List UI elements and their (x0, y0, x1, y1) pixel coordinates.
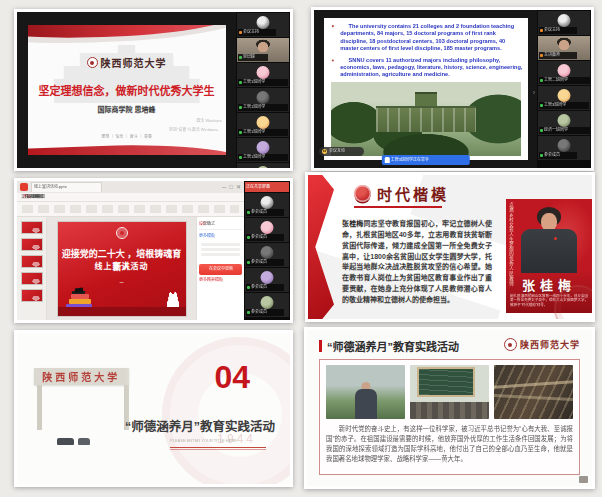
present-in-meeting-button[interactable]: 在会议中放映 (199, 264, 242, 275)
pane-placeholder-line (201, 253, 240, 256)
slide-thumbnail[interactable] (21, 289, 43, 302)
mic-on-icon (247, 311, 250, 314)
panel-meeting-lecture-1: 陕西师范大学 坚定理想信念，做新时代优秀大学生 国际商学院 思培峰 理想 ｜ 信… (14, 9, 293, 171)
participant-tile[interactable]: 工管二班同学 (538, 61, 590, 85)
gate-pillar (37, 385, 42, 430)
smiley-icon (322, 149, 327, 154)
participant-name-chip: 参会成员 (246, 234, 284, 241)
reaction-chip[interactable]: 会议互动 (319, 147, 364, 156)
participant-tile[interactable] (237, 163, 289, 168)
portrait (519, 207, 579, 273)
menu-bar: 文件 开始 插入 设计 切换 动画 放映 审阅 视图 (17, 193, 244, 202)
participant-name-chip: 参会成员 (246, 209, 284, 216)
participant-tile[interactable]: 工管1班同学 (237, 88, 289, 112)
slide-bullet-2: SNNU covers 11 authorized majors includi… (336, 57, 524, 79)
mic-muted-icon (540, 54, 543, 57)
audience (410, 402, 489, 419)
menu-view[interactable]: 视图 (37, 195, 45, 199)
slide-ground-band (58, 307, 186, 316)
slide-thumbnail[interactable] (21, 238, 43, 251)
participant-name-chip: 参会成员 (246, 309, 284, 316)
university-logo: 陕西师范大学 (504, 338, 580, 351)
participant-tile[interactable]: 工管1班同学 (237, 138, 289, 162)
maximize-button[interactable]: □ (229, 184, 233, 190)
participant-sidebar: 会议主持 主讲教师 工管二班同学 工管3班同学 经济一班同学 参会成员 (537, 10, 591, 168)
participant-tile[interactable]: 会议主持 (237, 13, 289, 37)
participant-avatar (261, 196, 274, 209)
blackboard (419, 369, 473, 395)
close-button[interactable]: ✕ (236, 184, 241, 190)
slide-thumbnail[interactable] (21, 272, 43, 285)
ribbon-toolbar[interactable] (17, 202, 244, 217)
mic-on-icon (540, 79, 543, 82)
participant-tile[interactable]: 工管3班同学 (538, 86, 590, 110)
participant-name-chip: 工管1班同学 (238, 154, 288, 161)
participant-name-chip: 参会成员 (539, 152, 577, 159)
windows-activation-watermark: 激活 Windows 转到“设置”以激活 Windows。 (117, 117, 221, 135)
slide-thumbnail[interactable] (21, 221, 43, 234)
raise-hand-banner[interactable]: 工管3班同学正在举手 (381, 155, 469, 165)
wps-window: 线上宣讲活动.pptx ─ □ ✕ 文件 开始 插入 设计 切换 动画 放映 审… (17, 181, 244, 320)
slide-title: 坚定理想信念，做新时代优秀大学生 (28, 82, 226, 98)
participant-tile[interactable]: 参会成员 (245, 268, 289, 292)
squiggle-decor: ~ (58, 278, 186, 287)
participant-sidebar: 会议主持 思培峰 工管1班同学 工管1班同学 工管1班同学 工管1班同学 (236, 12, 290, 168)
participant-tile-active-speaker[interactable]: 思培峰 (237, 38, 289, 62)
panel-section-divider-slide: 1944 陕西师范大学 04 “师德涵养月”教育实践活动 PLEASE ENTE… (14, 330, 293, 487)
equipment-beam (494, 380, 573, 389)
mic-on-icon (239, 156, 242, 159)
pane-tab-layout[interactable]: 版式 (207, 222, 215, 226)
participant-name-chip: 工管1班同学 (238, 79, 288, 86)
red-slide[interactable]: 迎接党的二十大 ，培根铸魂育新人 线上宣讲活动 ~ (58, 222, 186, 316)
campus-gate-beam: 陕西师范大学 (34, 368, 129, 385)
pane-placeholder-line (201, 243, 240, 246)
participant-name-chip: 工管1班同学 (238, 129, 288, 136)
shared-slide: The university contains 21 colleges and … (324, 18, 528, 160)
participant-name-chip: 工管1班同学 (238, 104, 288, 111)
participant-tile[interactable]: 参会成员 (245, 193, 289, 217)
participant-name-chip: 参会成员 (246, 284, 284, 291)
participant-tile-active-speaker[interactable]: 主讲教师 (538, 36, 590, 60)
participant-name-chip: 主讲教师 (539, 52, 577, 59)
participant-tile[interactable]: 参会成员 (245, 243, 289, 267)
section-title: “师德涵养月”教育实践活动 (115, 416, 284, 435)
panel-wps-editor: 线上宣讲活动.pptx ─ □ ✕ 文件 开始 插入 设计 切换 动画 放映 审… (14, 178, 293, 323)
participant-name-chip: 思培峰 (238, 54, 268, 61)
participant-tile[interactable]: 工管1班同学 (237, 63, 289, 87)
participant-name-chip: 工管二班同学 (539, 77, 590, 84)
slideshow-corner-icon[interactable] (579, 476, 588, 483)
minimize-button[interactable]: ─ (222, 184, 226, 190)
portrait-jacket (521, 229, 577, 273)
meeting-stage: The university contains 21 colleges and … (314, 10, 537, 168)
mic-on-icon (540, 154, 543, 157)
mic-on-icon (540, 129, 543, 132)
more-templates-link[interactable]: 更多模板 (199, 234, 221, 238)
ivy-covered-building (376, 106, 476, 132)
window-title-bar: 线上宣讲活动.pptx ─ □ ✕ (17, 181, 244, 193)
slide-canvas: 迎接党的二十大 ，培根铸魂育新人 线上宣讲活动 ~ (47, 217, 196, 320)
bullet-icon (331, 25, 333, 27)
poster-vertical-caption: 点燃乡村女孩人生梦想的优秀人民教师 (508, 202, 514, 286)
next-slide-arrow[interactable]: › (533, 89, 535, 96)
red-underline (170, 449, 266, 450)
document-tab[interactable]: 线上宣讲活动.pptx (31, 182, 102, 192)
panel-role-model-slide: 时代楷模 张桂梅同志坚守教育报国初心，牢记立德树人使命，扎根贫困地区40多年，立… (305, 172, 595, 322)
participant-tile[interactable]: 工管1班同学 (237, 113, 289, 137)
car (57, 438, 74, 445)
participant-avatar (257, 91, 270, 104)
participant-tile[interactable]: 参会成员 (245, 218, 289, 242)
participant-tile[interactable]: 参会成员 (245, 293, 289, 317)
participant-name-chip: 经济一班同学 (539, 127, 590, 134)
participant-avatar (558, 114, 571, 127)
slide-bullet-1: The university contains 21 colleges and … (336, 23, 524, 52)
photo-classroom-lecture (410, 365, 489, 419)
participant-name-chip: 会议主持 (238, 29, 276, 36)
equipment-beam (494, 394, 573, 401)
body-paragraph: 新时代党的奋斗史上，有这样一位科学家，被习近平总书记誉为“心有大我、至诚报国”的… (326, 425, 573, 465)
participant-tile[interactable]: 经济一班同学 (538, 111, 590, 135)
participant-tile[interactable]: 会议主持 (538, 11, 590, 35)
participant-name-chip: 会议主持 (539, 27, 577, 34)
participant-tile[interactable]: 参会成员 (538, 136, 590, 160)
pane-placeholder-line (201, 248, 240, 251)
slide-thumbnail[interactable] (21, 255, 43, 268)
